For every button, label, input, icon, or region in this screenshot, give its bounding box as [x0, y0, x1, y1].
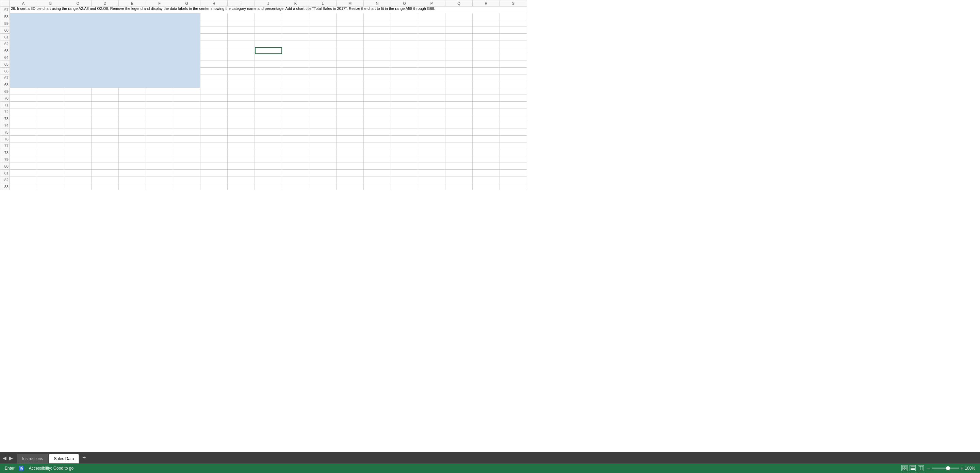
cell-82-C[interactable] [64, 176, 92, 183]
cell-66-M[interactable] [337, 68, 364, 75]
cell-80-E[interactable] [119, 163, 146, 170]
cell-75-R[interactable] [473, 129, 500, 136]
cell-80-J[interactable] [255, 163, 282, 170]
cell-82-G[interactable] [173, 176, 200, 183]
cell-81-K[interactable] [282, 170, 309, 176]
cell-78-N[interactable] [364, 149, 391, 156]
cell-67-L[interactable] [309, 75, 337, 81]
cell-61-L[interactable] [309, 34, 337, 40]
cell-60-H[interactable] [200, 27, 228, 34]
cell-75-M[interactable] [337, 129, 364, 136]
cell-76-M[interactable] [337, 136, 364, 143]
cell-79-Q[interactable] [445, 156, 473, 163]
cell-78-R[interactable] [473, 149, 500, 156]
lines-view-icon[interactable] [910, 465, 916, 471]
cell-82-P[interactable] [418, 176, 445, 183]
cell-69-H[interactable] [200, 88, 228, 95]
cell-83-M[interactable] [337, 183, 364, 190]
cell-79-H[interactable] [200, 156, 228, 163]
cell-79-E[interactable] [119, 156, 146, 163]
cell-72-H[interactable] [200, 108, 228, 115]
cell-80-K[interactable] [282, 163, 309, 170]
cell-77-N[interactable] [364, 143, 391, 149]
cell-71-M[interactable] [337, 102, 364, 108]
cell-70-O[interactable] [391, 95, 418, 102]
cell-79-A[interactable] [10, 156, 37, 163]
cell-58-L[interactable] [309, 13, 337, 20]
cell-76-D[interactable] [92, 136, 119, 143]
cell-70-J[interactable] [255, 95, 282, 102]
cell-83-F[interactable] [146, 183, 173, 190]
cell-72-R[interactable] [473, 108, 500, 115]
cell-61-S[interactable] [500, 34, 527, 40]
cell-82-Q[interactable] [445, 176, 473, 183]
cell-80-D[interactable] [92, 163, 119, 170]
cell-68-H[interactable] [200, 81, 228, 88]
cell-67-J[interactable] [255, 75, 282, 81]
cell-59-Q[interactable] [445, 20, 473, 27]
cell-60-R[interactable] [473, 27, 500, 34]
cell-58-N[interactable] [364, 13, 391, 20]
cell-67-K[interactable] [282, 75, 309, 81]
cell-80-A[interactable] [10, 163, 37, 170]
cell-77-G[interactable] [173, 143, 200, 149]
cell-58-J[interactable] [255, 13, 282, 20]
cell-70-F[interactable] [146, 95, 173, 102]
tab-instructions[interactable]: Instructions [17, 454, 48, 463]
cell-77-B[interactable] [37, 143, 64, 149]
cell-70-C[interactable] [64, 95, 92, 102]
cell-76-B[interactable] [37, 136, 64, 143]
cell-69-D[interactable] [92, 88, 119, 95]
cell-63-R[interactable] [473, 47, 500, 54]
cell-73-Q[interactable] [445, 115, 473, 122]
cell-66-L[interactable] [309, 68, 337, 75]
cell-83-C[interactable] [64, 183, 92, 190]
cell-69-K[interactable] [282, 88, 309, 95]
cell-72-P[interactable] [418, 108, 445, 115]
cell-78-H[interactable] [200, 149, 228, 156]
cell-75-D[interactable] [92, 129, 119, 136]
cell-74-F[interactable] [146, 122, 173, 129]
cell-72-I[interactable] [228, 108, 255, 115]
cell-74-Q[interactable] [445, 122, 473, 129]
cell-71-A[interactable] [10, 102, 37, 108]
cell-68-I[interactable] [228, 81, 255, 88]
cell-74-S[interactable] [500, 122, 527, 129]
cell-62-Q[interactable] [445, 40, 473, 47]
cell-81-L[interactable] [309, 170, 337, 176]
cell-70-E[interactable] [119, 95, 146, 102]
cell-73-C[interactable] [64, 115, 92, 122]
cell-73-S[interactable] [500, 115, 527, 122]
cell-81-M[interactable] [337, 170, 364, 176]
cell-74-G[interactable] [173, 122, 200, 129]
cell-77-K[interactable] [282, 143, 309, 149]
cell-79-N[interactable] [364, 156, 391, 163]
cell-80-M[interactable] [337, 163, 364, 170]
cell-64-L[interactable] [309, 54, 337, 61]
cell-80-B[interactable] [37, 163, 64, 170]
cell-81-S[interactable] [500, 170, 527, 176]
cell-75-E[interactable] [119, 129, 146, 136]
cell-70-Q[interactable] [445, 95, 473, 102]
cell-79-B[interactable] [37, 156, 64, 163]
cell-67-M[interactable] [337, 75, 364, 81]
cell-77-H[interactable] [200, 143, 228, 149]
cell-80-G[interactable] [173, 163, 200, 170]
zoom-out-button[interactable]: − [927, 465, 930, 471]
cell-71-N[interactable] [364, 102, 391, 108]
cell-82-K[interactable] [282, 176, 309, 183]
cell-60-O[interactable] [391, 27, 418, 34]
cell-72-J[interactable] [255, 108, 282, 115]
cell-69-O[interactable] [391, 88, 418, 95]
cell-58-H[interactable] [200, 13, 228, 20]
cell-63-M[interactable] [337, 47, 364, 54]
cell-61-M[interactable] [337, 34, 364, 40]
cell-62-J[interactable] [255, 40, 282, 47]
cell-81-P[interactable] [418, 170, 445, 176]
cell-69-G[interactable] [173, 88, 200, 95]
cell-69-P[interactable] [418, 88, 445, 95]
cell-70-H[interactable] [200, 95, 228, 102]
cell-75-K[interactable] [282, 129, 309, 136]
cell-71-D[interactable] [92, 102, 119, 108]
cell-70-G[interactable] [173, 95, 200, 102]
